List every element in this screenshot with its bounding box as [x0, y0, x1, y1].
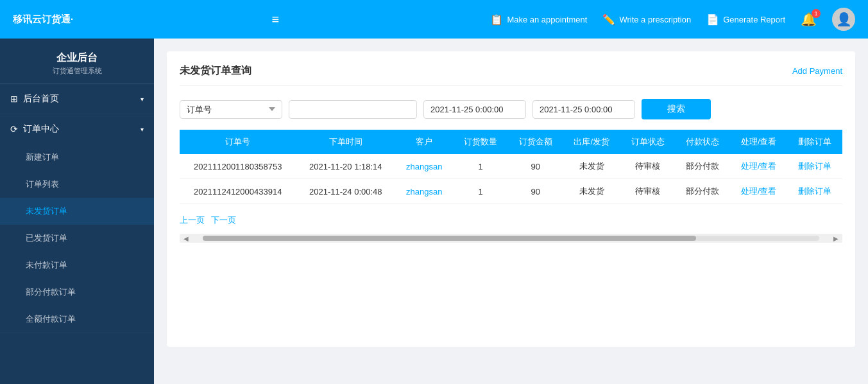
cell-order-status: 待审核: [620, 154, 675, 179]
filter-select[interactable]: 订单号 客户 状态: [180, 100, 282, 119]
cell-qty: 1: [454, 179, 508, 204]
prescription-label: Write a prescription: [619, 15, 691, 24]
col-order-status: 订单状态: [620, 130, 675, 154]
prev-page-button[interactable]: 上一页: [180, 214, 205, 226]
sidebar-brand: 企业后台 订货通管理系统: [0, 39, 154, 84]
filter-row: 订单号 客户 状态 2021-11-25 0:00:00 2021-11-25 …: [180, 99, 842, 119]
cell-amount: 90: [508, 154, 563, 179]
menu-toggle-icon[interactable]: ≡: [271, 12, 279, 27]
col-shipping: 出库/发货: [563, 130, 620, 154]
prescription-action[interactable]: ✏️ Write a prescription: [602, 13, 691, 26]
sidebar-item-orders[interactable]: ⟳ 订单中心 ▾: [0, 114, 154, 144]
cell-customer[interactable]: zhangsan: [395, 179, 453, 204]
scroll-right-icon[interactable]: ▶: [830, 235, 842, 242]
report-icon: 📄: [706, 13, 719, 26]
layout: 企业后台 订货通管理系统 ⊞ 后台首页 ▾ ⟳ 订单中心 ▾ 新建订单 订: [0, 39, 868, 384]
chevron-down-icon: ▾: [140, 126, 144, 133]
sidebar: 企业后台 订货通管理系统 ⊞ 后台首页 ▾ ⟳ 订单中心 ▾ 新建订单 订: [0, 39, 154, 384]
cell-delete[interactable]: 删除订单: [787, 154, 842, 179]
pagination: 上一页 下一页: [180, 214, 842, 226]
table-row: 20211124120004339142021-11-24 0:00:48zha…: [180, 179, 842, 204]
col-customer: 客户: [395, 130, 453, 154]
cell-action[interactable]: 处理/查看: [730, 154, 788, 179]
appointment-action[interactable]: 📋 Make an appointment: [490, 13, 587, 26]
scrollbar-track: [203, 236, 819, 241]
content-header: 未发货订单查询 Add Payment: [180, 64, 842, 86]
scrollbar-thumb[interactable]: [203, 236, 696, 241]
sidebar-item-shipped[interactable]: 已发货订单: [0, 225, 154, 252]
sidebar-item-dashboard[interactable]: ⊞ 后台首页 ▾: [0, 84, 154, 114]
sidebar-item-partial-paid[interactable]: 部分付款订单: [0, 279, 154, 306]
date-to[interactable]: 2021-11-25 0:00:00: [532, 100, 635, 119]
date-from[interactable]: 2021-11-25 0:00:00: [423, 100, 526, 119]
report-action[interactable]: 📄 Generate Report: [706, 13, 785, 26]
logo: 移讯云订货通·: [13, 13, 73, 26]
cell-order-no: 2021112001180358753: [180, 154, 296, 179]
col-payment-status: 付款状态: [675, 130, 729, 154]
search-button[interactable]: 搜索: [642, 99, 711, 119]
table-header-row: 订单号 下单时间 客户 订货数量 订货金额 出库/发货 订单状态 付款状态 处理…: [180, 130, 842, 154]
appointment-label: Make an appointment: [507, 15, 587, 24]
col-order-no: 订单号: [180, 130, 296, 154]
dashboard-label: 后台首页: [23, 93, 59, 105]
page-title: 未发货订单查询: [180, 64, 251, 78]
cell-order-no: 2021112412000433914: [180, 179, 296, 204]
header-actions: 📋 Make an appointment ✏️ Write a prescri…: [490, 8, 855, 31]
sidebar-item-unshipped[interactable]: 未发货订单: [0, 198, 154, 225]
cell-amount: 90: [508, 179, 563, 204]
main-content: 未发货订单查询 Add Payment 订单号 客户 状态 2021-11-25…: [154, 39, 868, 384]
cell-order-time: 2021-11-24 0:00:48: [296, 179, 395, 204]
header: 移讯云订货通· ≡ 📋 Make an appointment ✏️ Write…: [0, 0, 868, 39]
col-action: 处理/查看: [730, 130, 788, 154]
brand-title: 企业后台: [10, 51, 144, 65]
notification-bell[interactable]: 🔔 1: [801, 12, 817, 27]
add-payment-button[interactable]: Add Payment: [792, 66, 842, 76]
content-card: 未发货订单查询 Add Payment 订单号 客户 状态 2021-11-25…: [167, 51, 855, 347]
cell-order-status: 待审核: [620, 179, 675, 204]
col-delete: 删除订单: [787, 130, 842, 154]
cell-delete[interactable]: 删除订单: [787, 179, 842, 204]
chevron-down-icon: ▾: [140, 96, 144, 103]
cell-shipping: 未发货: [563, 179, 620, 204]
next-page-button[interactable]: 下一页: [211, 214, 236, 226]
orders-table: 订单号 下单时间 客户 订货数量 订货金额 出库/发货 订单状态 付款状态 处理…: [180, 130, 842, 204]
cell-customer[interactable]: zhangsan: [395, 154, 453, 179]
cell-qty: 1: [454, 154, 508, 179]
scroll-left-icon[interactable]: ◀: [180, 235, 192, 242]
report-label: Generate Report: [723, 15, 785, 24]
col-amount: 订货金额: [508, 130, 563, 154]
notification-badge: 1: [812, 9, 821, 18]
sidebar-group-dashboard: ⊞ 后台首页 ▾: [0, 84, 154, 114]
table-row: 20211120011803587532021-11-20 1:18:14zha…: [180, 154, 842, 179]
sidebar-group-orders: ⟳ 订单中心 ▾ 新建订单 订单列表 未发货订单 已发货订单 未付款订单 部分付…: [0, 114, 154, 333]
cell-shipping: 未发货: [563, 154, 620, 179]
cell-action[interactable]: 处理/查看: [730, 179, 788, 204]
cell-payment-status: 部分付款: [675, 154, 729, 179]
prescription-icon: ✏️: [602, 13, 615, 26]
col-qty: 订货数量: [454, 130, 508, 154]
user-avatar[interactable]: 👤: [832, 8, 855, 31]
sidebar-item-unpaid[interactable]: 未付款订单: [0, 252, 154, 279]
sidebar-menu: ⊞ 后台首页 ▾ ⟳ 订单中心 ▾ 新建订单 订单列表 未发货订单 已发货订单 …: [0, 84, 154, 384]
dashboard-icon: ⊞: [10, 94, 18, 104]
brand-subtitle: 订货通管理系统: [10, 66, 144, 76]
orders-icon: ⟳: [10, 124, 18, 134]
avatar-image: 👤: [836, 12, 852, 27]
sidebar-item-order-list[interactable]: 订单列表: [0, 171, 154, 198]
appointment-icon: 📋: [490, 13, 503, 26]
filter-input[interactable]: [289, 100, 417, 119]
cell-order-time: 2021-11-20 1:18:14: [296, 154, 395, 179]
orders-label: 订单中心: [23, 123, 59, 135]
sidebar-item-full-paid[interactable]: 全额付款订单: [0, 306, 154, 333]
horizontal-scrollbar[interactable]: ◀ ▶: [180, 234, 842, 243]
sidebar-item-new-order[interactable]: 新建订单: [0, 144, 154, 171]
col-order-time: 下单时间: [296, 130, 395, 154]
cell-payment-status: 部分付款: [675, 179, 729, 204]
